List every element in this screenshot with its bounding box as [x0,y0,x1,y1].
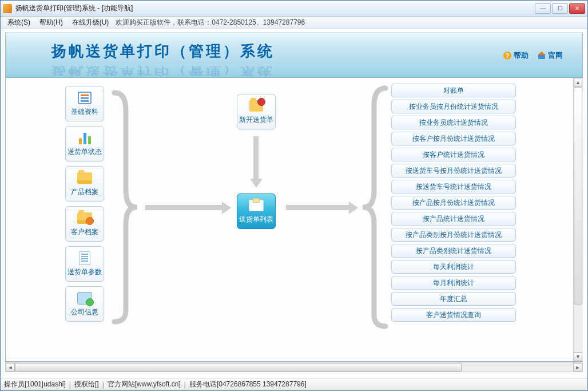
report-button[interactable]: 按业务员统计送货情况 [391,116,516,129]
delivery-list-icon [248,198,265,213]
left-column: 基础资料 送货单状态 产品档案 客户档案 [65,86,104,322]
report-label: 按送货车号统计送货情况 [416,182,491,192]
center-main: 送货单列表 [237,193,276,229]
tile-product-archive[interactable]: 产品档案 [65,166,104,202]
tile-label: 送货单参数 [67,267,102,277]
scroll-track[interactable] [15,363,573,372]
scroll-track[interactable] [574,87,582,352]
tile-delivery-status[interactable]: 送货单状态 [65,126,104,161]
left-bracket-icon [109,87,137,327]
home-icon [538,52,546,60]
banner-title: 扬帆送货单打印（管理）系统 [51,41,275,61]
center-top: 新开送货单 [237,94,276,129]
report-button[interactable]: 对账单 [391,84,516,97]
menu-system[interactable]: 系统(S) [3,17,35,29]
report-label: 对账单 [443,86,464,96]
window-title: 扬帆送货单打印(管理)系统 - [功能导航] [15,3,535,13]
report-button[interactable]: 按业务员按月份统计送货情况 [391,100,516,113]
nav-panel: 扬帆送货单打印（管理）系统 扬帆送货单打印（管理）系统 ? 帮助 官网 [5,33,583,362]
report-button[interactable]: 按产品按月份统计送货情况 [391,196,516,210]
report-label: 按业务员统计送货情况 [419,118,488,128]
report-button[interactable]: 按送货车号统计送货情况 [391,180,516,193]
menu-upgrade[interactable]: 在线升级(U) [67,17,114,29]
report-button[interactable]: 按客户统计送货情况 [391,148,516,161]
report-label: 按业务员按月份统计送货情况 [409,102,498,112]
report-label: 按产品类别统计送货情况 [416,246,491,256]
separator: | [102,381,104,389]
report-label: 客户送货情况查询 [426,310,481,320]
report-button[interactable]: 每天利润统计 [391,260,516,274]
tile-label: 基础资料 [71,107,98,117]
tile-company-info[interactable]: 公司信息 [65,286,104,322]
report-label: 每月利润统计 [433,278,474,288]
statusbar: 操作员[1001|udashi] | 授权给[] | 官方网站[www.yfso… [1,378,587,390]
document-icon [76,251,93,266]
scroll-left-button[interactable]: ◄ [6,363,15,372]
menu-help[interactable]: 帮助(H) [35,17,67,29]
status-operator: 操作员[1001|udashi] [4,380,66,389]
separator: | [69,381,71,389]
status-site: 官方网站[www.yfsoft.cn] [108,380,181,389]
scroll-thumb[interactable] [15,363,462,372]
folder-user-icon [76,211,93,226]
minimize-button[interactable]: — [535,3,551,14]
scroll-thumb[interactable] [574,87,582,305]
tile-new-delivery[interactable]: 新开送货单 [237,94,276,129]
banner-links: ? 帮助 官网 [503,50,563,61]
arrow-center-to-right-icon [286,205,350,210]
tile-label: 公司信息 [71,307,98,317]
report-label: 按送货车号按月份统计送货情况 [406,166,502,176]
vertical-scrollbar[interactable]: ▲ ▼ [573,78,583,361]
bars-icon [76,131,93,145]
window-controls: — ☐ ✕ [535,3,585,14]
close-button[interactable]: ✕ [569,3,585,14]
report-button[interactable]: 年度汇总 [391,292,516,306]
banner-help-link[interactable]: ? 帮助 [503,50,529,61]
report-button[interactable]: 客户送货情况查询 [391,308,516,322]
tile-basic-data[interactable]: 基础资料 [65,86,104,121]
menubar: 系统(S) 帮助(H) 在线升级(U) 欢迎购买正版软件，联系电话：0472-2… [1,17,587,29]
help-icon: ? [503,52,511,60]
nav-body: 基础资料 送货单状态 产品档案 客户档案 [6,78,582,361]
tile-delivery-params[interactable]: 送货单参数 [65,246,104,282]
tile-label: 客户档案 [71,227,98,237]
new-folder-icon [248,98,265,113]
report-button[interactable]: 按客户按月份统计送货情况 [391,132,516,145]
banner: 扬帆送货单打印（管理）系统 扬帆送货单打印（管理）系统 ? 帮助 官网 [6,33,582,78]
report-button[interactable]: 按产品类别按月份统计送货情况 [391,228,516,242]
banner-site-label: 官网 [548,50,563,61]
separator: | [184,381,186,389]
report-button[interactable]: 按产品统计送货情况 [391,212,516,226]
horizontal-scrollbar[interactable]: ◄ ► [5,362,583,372]
report-label: 按产品类别按月份统计送货情况 [406,230,502,240]
app-window: 扬帆送货单打印(管理)系统 - [功能导航] — ☐ ✕ 系统(S) 帮助(H)… [0,0,588,391]
report-label: 年度汇总 [440,294,467,304]
app-icon [3,4,12,13]
tile-label: 送货单列表 [239,215,273,224]
report-label: 按产品统计送货情况 [423,214,484,224]
arrow-top-to-center-icon [253,136,259,180]
banner-help-label: 帮助 [514,50,529,61]
report-button[interactable]: 按产品类别统计送货情况 [391,244,516,258]
tile-delivery-list[interactable]: 送货单列表 [237,193,276,229]
report-label: 按客户统计送货情况 [423,150,484,160]
report-label: 每天利润统计 [433,262,474,272]
scroll-down-button[interactable]: ▼ [574,352,582,361]
tile-customer-archive[interactable]: 客户档案 [65,206,104,242]
banner-site-link[interactable]: 官网 [538,50,563,61]
report-label: 按客户按月份统计送货情况 [412,134,495,144]
company-icon [76,291,93,306]
status-licensed: 授权给[] [74,380,99,389]
scroll-up-button[interactable]: ▲ [574,78,582,87]
menu-promo-text: 欢迎购买正版软件，联系电话：0472-2850125、13947287796 [113,18,305,27]
banner-title-reflection: 扬帆送货单打印（管理）系统 [51,64,275,78]
list-icon [76,90,93,105]
titlebar: 扬帆送货单打印(管理)系统 - [功能导航] — ☐ ✕ [1,1,587,17]
report-button[interactable]: 按送货车号按月份统计送货情况 [391,164,516,177]
maximize-button[interactable]: ☐ [552,3,568,14]
report-label: 按产品按月份统计送货情况 [412,198,495,208]
tile-label: 新开送货单 [239,115,273,125]
report-button[interactable]: 每月利润统计 [391,276,516,290]
tile-label: 产品档案 [71,187,98,197]
scroll-right-button[interactable]: ► [573,363,582,372]
